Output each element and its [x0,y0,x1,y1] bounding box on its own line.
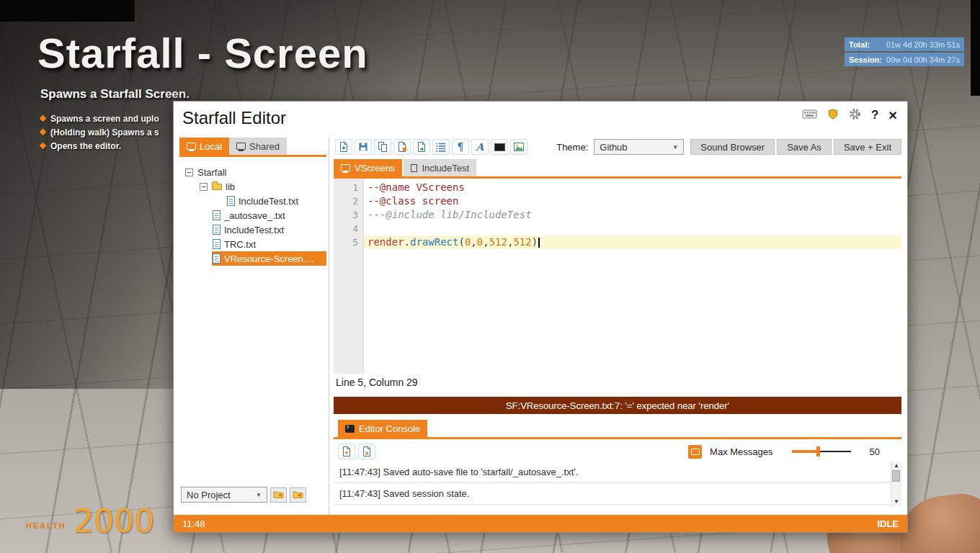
close-button[interactable]: × [888,109,897,122]
tab-label: VScreens [355,163,395,174]
slider-handle[interactable] [816,446,820,457]
screen-preview-button[interactable] [491,139,508,155]
tree-item-label: IncludeTest.txt [239,196,298,207]
console-copy-button[interactable] [338,444,355,459]
tree-expander-icon[interactable] [200,183,208,191]
keyboard-icon [802,109,817,122]
monitor-icon [187,143,196,150]
open-project-button[interactable] [290,487,306,503]
tree-item-file[interactable]: IncludeTest.txt [179,194,326,208]
permissions-button[interactable] [827,108,839,122]
chevron-down-icon: ▼ [672,144,678,150]
console-clear-button[interactable] [358,444,375,459]
total-value: 01w 4d 20h 33m 51s [886,40,960,49]
tree-item-file[interactable]: TRC.txt [179,237,326,251]
file-tabs: VScreens IncludeTest [334,159,476,176]
console-scrollbar[interactable]: ▲ ▼ [891,462,901,506]
total-label: Total: [849,40,870,49]
save-as-file-button[interactable] [393,139,411,155]
black-bar-right [971,0,980,96]
console-toolbar: Max Messages 50 [338,443,901,460]
save-as-button[interactable]: Save As [777,139,832,155]
file-icon [227,196,235,206]
console-doc-icon [341,446,352,457]
new-project-button[interactable] [270,487,287,503]
new-file-button[interactable] [335,139,352,155]
copy-button[interactable] [374,139,391,155]
project-controls: No Project ▼ [181,487,306,503]
console-clear-icon [361,446,373,457]
project-dropdown[interactable]: No Project ▼ [181,487,267,503]
max-messages-slider[interactable] [792,446,851,457]
slider-fill [792,450,819,453]
tree-item-label: _autosave_.txt [224,210,285,221]
save-button[interactable] [355,139,372,155]
copy-icon [377,141,388,153]
help-button[interactable]: ? [871,108,878,122]
line-number-gutter: 12345 [334,179,364,374]
editor-main: ¶ A Theme: Github ▼ Sound Browser Save A… [334,138,901,515]
tree-item-label: TRC.txt [224,239,256,250]
pilcrow-button[interactable]: ¶ [452,139,469,155]
console-window-button[interactable] [688,445,702,459]
tree-item-file[interactable]: VResource-Screen.... [179,251,326,266]
scroll-down-icon[interactable]: ▼ [891,498,901,505]
tab-label: Editor Console [359,423,420,434]
save-exit-button[interactable]: Save + Exit [834,139,901,155]
tab-vscreens[interactable]: VScreens [334,159,402,176]
console-accent-underline [334,437,901,439]
tab-local[interactable]: Local [179,138,229,155]
session-value: 00w 0d 00h 34m 27s [886,55,960,64]
file-icon [213,253,220,264]
scroll-up-icon[interactable]: ▲ [891,462,901,469]
tab-label: Shared [249,141,280,152]
session-label: Session: [849,55,882,64]
tree-expander-icon[interactable] [185,168,193,176]
instruction-item: Opens the editor. [40,139,159,153]
sound-browser-button[interactable]: Sound Browser [690,139,775,155]
console-log: [11:47:43] Saved auto-save file to 'star… [334,462,901,506]
file-icon [213,225,220,235]
file-tree: StarfalllibIncludeTest.txt_autosave_.txt… [179,165,326,266]
chevron-down-icon: ▼ [256,492,262,498]
max-messages-value: 50 [870,446,880,457]
scrollbar-thumb[interactable] [892,470,900,482]
project-dropdown-value: No Project [187,490,231,500]
folder-plus-icon [273,490,284,500]
tab-label: IncludeTest [422,163,469,174]
list-icon [435,141,447,153]
code-editor[interactable]: 12345 --@name VScreens--@class screen---… [334,179,901,374]
keybindings-button[interactable] [802,109,817,122]
tree-item-folder[interactable]: lib [179,179,326,194]
theme-dropdown[interactable]: Github ▼ [594,139,684,155]
font-button[interactable]: A [471,139,489,155]
tab-shared[interactable]: Shared [229,138,287,155]
tool-subtitle: Spawns a Starfall Screen. [40,87,190,102]
health-label: HEALTH [26,521,66,530]
tree-item-label: Starfall [197,167,226,178]
tree-item-label: VResource-Screen.... [224,253,313,264]
console-message: [11:47:43] Saved auto-save file to 'star… [334,462,890,483]
settings-button[interactable] [849,108,861,122]
text-caret [538,238,540,248]
theme-dropdown-value: Github [600,142,627,153]
tab-includetest[interactable]: IncludeTest [404,159,476,176]
list-button[interactable] [432,139,450,155]
titlebar-icons: ? × [802,107,897,123]
playtime-session-row: Session: 00w 0d 00h 34m 27s [845,53,964,66]
tab-editor-console[interactable]: Editor Console [338,420,427,437]
file-icon [213,210,220,220]
reload-file-button[interactable] [413,139,430,155]
tool-instructions: Spawns a screen and uplo (Holding walk) … [40,112,159,153]
tree-item-file[interactable]: _autosave_.txt [179,208,326,222]
tree-item-folder[interactable]: Starfall [179,165,326,179]
console-settings-group: Max Messages 50 [688,445,880,459]
playtime-panel: Total: 01w 4d 20h 33m 51s Session: 00w 0… [845,37,964,66]
instruction-item: (Holding walk) Spawns a s [40,125,159,139]
code-lines[interactable]: --@name VScreens--@class screen---@inclu… [364,179,901,374]
file-icon [213,239,220,249]
starfall-editor-window: Starfall Editor ? × Local Shared [173,101,908,533]
image-button[interactable] [510,139,527,155]
shield-icon [827,108,839,122]
tree-item-file[interactable]: IncludeTest.txt [179,222,326,237]
